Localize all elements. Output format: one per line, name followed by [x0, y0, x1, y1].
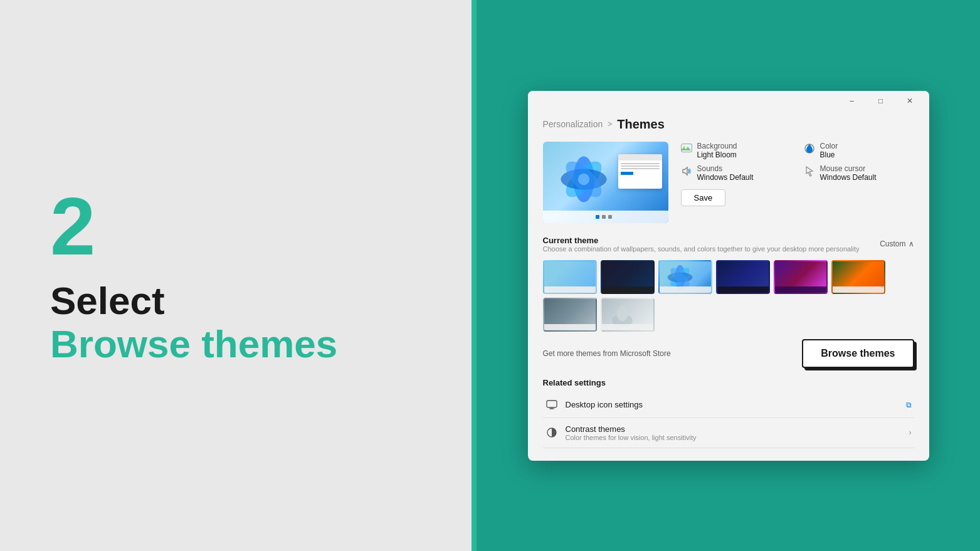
related-settings-title: Related settings — [543, 378, 914, 387]
desktop-icon-settings-text: Desktop icon settings — [566, 400, 898, 409]
thumb-6-taskbar — [833, 286, 884, 293]
current-theme-section: Current theme Choose a combination of wa… — [543, 236, 914, 332]
svg-rect-6 — [602, 215, 606, 219]
color-text: Color Blue — [820, 142, 838, 159]
preview-taskbar — [543, 211, 668, 223]
theme-thumb-2[interactable] — [601, 260, 655, 294]
external-link-icon: ⧉ — [906, 401, 912, 409]
monitor-icon — [545, 399, 558, 411]
theme-thumb-6[interactable] — [831, 260, 885, 294]
sounds-text: Sounds Windows Default — [697, 164, 754, 182]
breadcrumb-current: Themes — [617, 117, 665, 132]
current-theme-action-label: Custom — [880, 239, 905, 248]
background-label: Background — [697, 142, 737, 150]
theme-thumb-7[interactable] — [543, 298, 597, 332]
contrast-themes-sublabel: Color themes for low vision, light sensi… — [566, 434, 902, 441]
maximize-button[interactable]: □ — [867, 91, 895, 111]
background-text: Background Light Bloom — [697, 142, 737, 159]
svg-rect-5 — [596, 215, 599, 219]
theme-thumb-1[interactable] — [543, 260, 597, 294]
current-theme-action[interactable]: Custom ∧ — [880, 239, 914, 248]
theme-thumb-4[interactable] — [716, 260, 770, 294]
chevron-up-icon: ∧ — [909, 239, 914, 248]
svg-rect-18 — [547, 401, 557, 407]
theme-grid — [543, 260, 914, 332]
thumb-3-taskbar — [660, 286, 711, 293]
contrast-themes-label: Contrast themes — [566, 424, 902, 434]
svg-point-17 — [616, 305, 628, 321]
preview-line-3 — [621, 168, 660, 169]
background-icon — [681, 143, 692, 154]
theme-preview-section: Background Light Bloom Color Blue — [543, 142, 914, 223]
browse-themes-area: Get more themes from Microsoft Store Bro… — [543, 339, 914, 368]
svg-point-4 — [577, 173, 589, 184]
step-number: 2 — [50, 186, 426, 267]
sounds-info: Sounds Windows Default — [681, 164, 791, 182]
minimize-button[interactable]: – — [838, 91, 867, 111]
theme-thumb-5[interactable] — [774, 260, 828, 294]
preview-desktop — [543, 142, 668, 223]
section-header: Current theme Choose a combination of wa… — [543, 236, 914, 253]
chevron-right-icon: › — [909, 428, 912, 437]
sounds-value: Windows Default — [697, 173, 754, 182]
taskbar-icons — [593, 213, 618, 221]
right-panel: – □ ✕ Personalization > Themes — [477, 0, 980, 551]
color-value: Blue — [820, 150, 838, 159]
thumb-4-taskbar — [717, 286, 769, 293]
preview-line-2 — [621, 165, 660, 167]
related-settings-section: Related settings Desktop icon settings ⧉ — [543, 378, 914, 448]
preview-window-button — [621, 172, 633, 175]
theme-thumb-3[interactable] — [658, 260, 712, 294]
desktop-icon-settings-item[interactable]: Desktop icon settings ⧉ — [543, 392, 914, 418]
thumb-7-taskbar — [544, 324, 596, 330]
theme-thumb-8[interactable] — [601, 298, 655, 332]
left-panel: 2 Select Browse themes — [0, 0, 477, 551]
thumb-8-taskbar — [602, 324, 653, 330]
breadcrumb: Personalization > Themes — [543, 111, 914, 142]
theme-info: Background Light Bloom Color Blue — [681, 142, 914, 223]
svg-rect-9 — [682, 144, 692, 152]
color-label: Color — [820, 142, 838, 150]
get-more-text: Get more themes from Microsoft Store — [543, 349, 671, 358]
section-header-left: Current theme Choose a combination of wa… — [543, 236, 860, 253]
settings-content: Personalization > Themes — [528, 111, 929, 461]
contrast-icon — [545, 426, 558, 439]
close-button[interactable]: ✕ — [895, 91, 924, 111]
mouse-cursor-label: Mouse cursor — [820, 164, 877, 173]
background-info: Background Light Bloom — [681, 142, 791, 159]
preview-window-titlebar — [618, 154, 662, 160]
background-value: Light Bloom — [697, 150, 737, 159]
preview-window-content — [618, 160, 662, 177]
thumb-1-taskbar — [544, 286, 596, 293]
save-button[interactable]: Save — [681, 189, 726, 206]
svg-rect-7 — [608, 215, 612, 219]
desktop-icon-settings-label: Desktop icon settings — [566, 400, 898, 409]
color-icon — [804, 143, 815, 154]
mouse-cursor-value: Windows Default — [820, 173, 877, 182]
step-label-line2: Browse themes — [50, 323, 426, 365]
sounds-label: Sounds — [697, 164, 754, 173]
mouse-cursor-text: Mouse cursor Windows Default — [820, 164, 877, 182]
current-theme-title: Current theme — [543, 236, 860, 245]
contrast-themes-text: Contrast themes Color themes for low vis… — [566, 424, 902, 441]
mouse-cursor-info: Mouse cursor Windows Default — [804, 164, 914, 182]
current-theme-subtitle: Choose a combination of wallpapers, soun… — [543, 245, 860, 253]
thumb-2-taskbar — [602, 286, 653, 293]
save-button-wrapper: Save — [681, 187, 791, 206]
preview-line-1 — [621, 163, 660, 164]
settings-window: – □ ✕ Personalization > Themes — [528, 91, 929, 461]
thumb-5-taskbar — [775, 286, 826, 293]
mouse-cursor-icon — [804, 165, 815, 177]
contrast-themes-item[interactable]: Contrast themes Color themes for low vis… — [543, 418, 914, 448]
step-label-line1: Select — [50, 279, 165, 322]
breadcrumb-separator: > — [608, 120, 612, 129]
color-info: Color Blue — [804, 142, 914, 159]
bloom-svg — [549, 145, 618, 214]
title-bar: – □ ✕ — [528, 91, 929, 111]
step-label: Select Browse themes — [50, 280, 426, 365]
browse-themes-button[interactable]: Browse themes — [802, 339, 914, 368]
theme-preview-image — [543, 142, 668, 223]
preview-window — [618, 154, 662, 189]
sounds-icon — [681, 165, 692, 177]
breadcrumb-parent[interactable]: Personalization — [543, 119, 603, 129]
